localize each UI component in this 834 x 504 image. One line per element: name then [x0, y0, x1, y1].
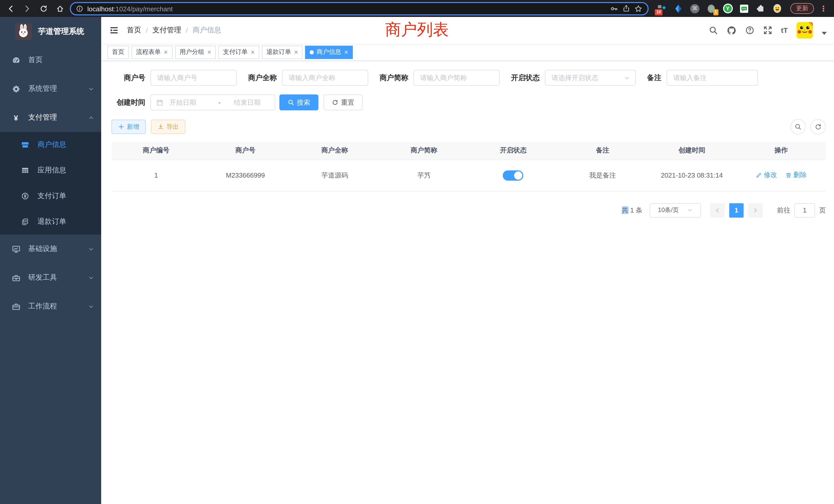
user-dropdown-caret-icon[interactable] [822, 32, 827, 35]
search-button[interactable]: 搜索 [279, 94, 319, 110]
sidebar-item-refund-order[interactable]: 退款订单 [0, 209, 101, 234]
extension-command-icon[interactable]: ⌘ [690, 3, 700, 14]
delete-link[interactable]: 删除 [785, 171, 807, 180]
table-row: 1 M233666999 芋道源码 芋艿 我是备注 2021-10-23 08:… [111, 160, 826, 191]
start-date-placeholder: 开始日期 [170, 98, 214, 107]
sidebar-item-workflow[interactable]: 工作流程 [0, 292, 101, 321]
sidebar-item-app-info[interactable]: 应用信息 [0, 158, 101, 183]
chevron-down-icon [88, 246, 94, 252]
prev-page-button[interactable] [710, 203, 725, 217]
short-name-input[interactable] [413, 70, 500, 86]
extension-badge: 1 [713, 9, 719, 15]
merchant-no-input[interactable] [151, 70, 237, 86]
site-info-icon[interactable] [76, 5, 83, 12]
calendar-icon [156, 99, 163, 106]
download-icon [158, 124, 164, 130]
sidebar-item-home[interactable]: 首页 [0, 46, 101, 74]
back-icon[interactable] [4, 2, 18, 15]
full-name-input[interactable] [282, 70, 368, 86]
share-icon[interactable] [622, 5, 630, 12]
create-time-label: 创建时间 [111, 98, 145, 107]
refresh-icon [332, 99, 338, 106]
profile-avatar-emoji-icon[interactable] [772, 3, 782, 14]
password-key-icon[interactable] [610, 4, 618, 13]
reload-icon[interactable] [37, 2, 50, 15]
add-button[interactable]: 新增 [111, 120, 146, 134]
status-label: 开启状态 [511, 73, 540, 83]
bookmark-star-icon[interactable] [634, 4, 642, 13]
status-select[interactable]: 请选择开启状态 [545, 70, 636, 86]
full-name-label: 商户全称 [248, 73, 277, 83]
tab-refund-order[interactable]: 退款订单× [262, 45, 303, 59]
remark-input[interactable] [666, 70, 758, 86]
sidebar-item-payment[interactable]: ¥ 支付管理 [0, 103, 101, 132]
cell-full-name: 芋道源码 [290, 160, 379, 191]
sidebar-menu: 首页 系统管理 ¥ 支付管理 [0, 46, 101, 321]
tab-process-form[interactable]: 流程表单× [131, 45, 172, 59]
extension-kite-icon[interactable] [673, 3, 683, 14]
forward-icon[interactable] [21, 2, 34, 15]
sidebar-item-merchant-info[interactable]: 商户信息 [0, 132, 101, 158]
merchant-table: 商户编号 商户号 商户全称 商户简称 开启状态 备注 创建时间 操作 1 [111, 142, 826, 191]
export-button[interactable]: 导出 [151, 120, 185, 134]
home-icon[interactable] [53, 2, 67, 15]
tab-user-group[interactable]: 用户分组× [175, 45, 216, 59]
annotation-merchant-list: 商户列表 [385, 19, 449, 41]
sidebar-item-dev-tools[interactable]: 研发工具 [0, 263, 101, 292]
close-icon[interactable]: × [344, 49, 348, 55]
chevron-up-icon [88, 115, 94, 120]
tab-pay-order[interactable]: 支付订单× [218, 45, 259, 59]
gear-icon [10, 85, 22, 93]
extension-badge: 10 [655, 9, 662, 15]
font-size-icon[interactable]: tT [781, 26, 788, 35]
refresh-icon [814, 123, 822, 130]
search-icon[interactable] [709, 26, 718, 35]
cell-merchant-no: M233666999 [201, 160, 290, 191]
close-icon[interactable]: × [250, 49, 255, 55]
plus-icon [118, 124, 124, 130]
page-size-select[interactable]: 10条/页 [650, 203, 701, 217]
toggle-search-button[interactable] [790, 119, 806, 135]
document-copy-icon [20, 217, 30, 226]
browser-menu-icon[interactable]: ⋮ [820, 4, 827, 13]
chevron-left-icon [714, 207, 721, 213]
refresh-table-button[interactable] [810, 119, 826, 135]
yen-circle-icon [20, 192, 30, 200]
extension-tasks-icon[interactable]: 10 [657, 3, 667, 14]
reset-button[interactable]: 重置 [324, 94, 363, 110]
create-time-range-picker[interactable]: 开始日期 - 结束日期 [151, 94, 275, 110]
sidebar-item-pay-order[interactable]: 支付订单 [0, 183, 101, 209]
app-logo-row[interactable]: 芋道管理系统 [0, 17, 101, 46]
page-content: 商户号 商户全称 商户简称 开启状态 请选择开启状态 [101, 61, 834, 217]
goto-label: 前往 [777, 206, 790, 215]
extensions-puzzle-icon[interactable] [755, 3, 766, 14]
shop-icon [20, 141, 30, 149]
url-bar[interactable]: localhost:1024/pay/merchant [70, 2, 649, 15]
tab-home[interactable]: 首页 [107, 45, 129, 59]
extension-yudao-icon[interactable]: Y [723, 3, 733, 14]
extension-profile-icon[interactable]: 1 [706, 3, 717, 14]
help-icon[interactable] [745, 26, 754, 35]
tab-merchant-info[interactable]: 商户信息× [305, 45, 353, 59]
status-toggle[interactable] [503, 170, 524, 180]
next-page-button[interactable] [748, 203, 763, 217]
browser-update-button[interactable]: 更新 [790, 3, 814, 14]
close-icon[interactable]: × [164, 49, 168, 55]
sidebar-item-infra[interactable]: 基础设施 [0, 234, 101, 263]
goto-page-input[interactable] [794, 203, 815, 217]
close-icon[interactable]: × [207, 49, 211, 55]
breadcrumb-home[interactable]: 首页 [127, 26, 141, 35]
extension-chat-icon[interactable] [739, 3, 749, 14]
breadcrumb-payment[interactable]: 支付管理 [153, 26, 181, 35]
edit-link[interactable]: 修改 [756, 171, 777, 180]
short-name-label: 商户简称 [379, 73, 408, 83]
sidebar-toggle-icon[interactable] [109, 25, 119, 36]
pagination: 共 1 条 10条/页 1 前往 页 [111, 203, 826, 217]
toolbox-icon [10, 273, 22, 282]
fullscreen-icon[interactable] [763, 26, 772, 35]
close-icon[interactable]: × [294, 49, 298, 55]
page-number-1[interactable]: 1 [729, 203, 744, 217]
github-icon[interactable] [727, 25, 737, 35]
sidebar-item-system[interactable]: 系统管理 [0, 74, 101, 103]
user-avatar[interactable] [796, 22, 813, 39]
